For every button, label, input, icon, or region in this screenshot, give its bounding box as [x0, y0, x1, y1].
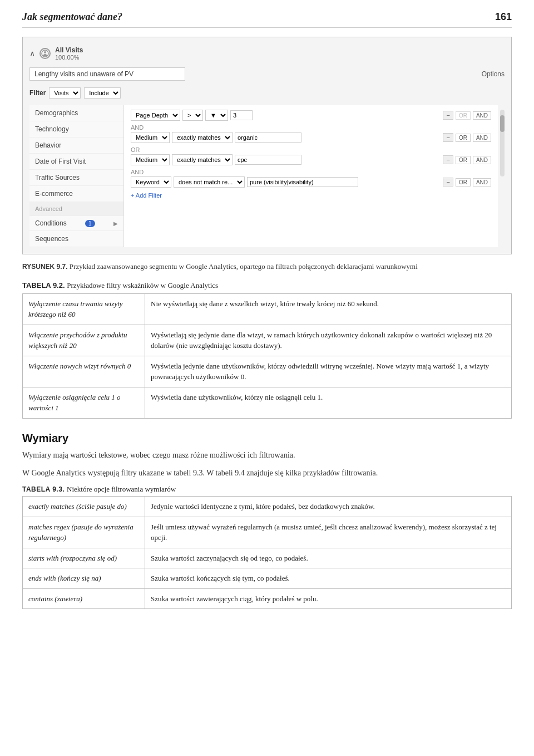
- main-layout: Demographics Technology Behavior Date of…: [29, 105, 505, 247]
- filter-row1-and[interactable]: AND: [473, 111, 491, 120]
- table-cell-condition: ends with (kończy się na): [23, 568, 145, 589]
- filter-row-3: Medium exactly matches − OR AND: [131, 154, 491, 165]
- segment-name-input[interactable]: [29, 67, 185, 81]
- table-cell-description: Szuka wartości zawierających ciąg, który…: [145, 588, 512, 609]
- table-cell-description: Wyświetlają się jedynie dane dla wizyt, …: [145, 325, 512, 356]
- filter-row2-dimension[interactable]: Medium: [131, 132, 170, 143]
- filter-row3-minus[interactable]: −: [443, 155, 453, 164]
- filter-type-select[interactable]: Visits: [49, 87, 81, 99]
- figure-ref: RYSUNEK 9.7.: [22, 263, 68, 271]
- filter-row2-operator[interactable]: exactly matches: [172, 132, 233, 143]
- table-cell-condition: Wyłączenie osiągnięcia celu 1 o wartości…: [23, 387, 145, 418]
- and-label-2: AND: [131, 168, 491, 176]
- table-cell-description: Szuka wartości kończących się tym, co po…: [145, 568, 512, 589]
- wymiary-body2: W Google Analytics występują filtry ukaz…: [22, 467, 512, 479]
- filter-row2-and[interactable]: AND: [473, 134, 491, 142]
- table-cell-condition: Wyłączenie czasu trwania wizyty krótszeg…: [23, 293, 145, 325]
- filter-row-1: Page Depth > ▼ − OR AND: [131, 110, 491, 121]
- options-button[interactable]: Options: [482, 70, 505, 78]
- table-9-3: exactly matches (ściśle pasuje do)Jedyni…: [22, 496, 512, 609]
- table-row: contains (zawiera)Szuka wartości zawiera…: [23, 588, 512, 609]
- filter-row-4: Keyword does not match re... − OR AND: [131, 176, 491, 188]
- table-row: Wyłączenie czasu trwania wizyty krótszeg…: [23, 293, 512, 325]
- filter-row1-value[interactable]: [230, 110, 253, 120]
- and-label-1: AND: [131, 123, 491, 132]
- sidebar-item-behavior[interactable]: Behavior: [29, 138, 123, 154]
- scrollbar[interactable]: [500, 110, 505, 176]
- table-9-3-label: TABELA 9.3. Niektóre opcje filtrowania w…: [22, 485, 512, 494]
- table-cell-condition: Włączenie przychodów z produktu większyc…: [23, 325, 145, 356]
- filter-row1-dimension[interactable]: Page Depth: [131, 110, 180, 121]
- filter-row3-and[interactable]: AND: [473, 156, 491, 164]
- all-visits-pct: 100.00%: [55, 54, 83, 61]
- table-9-2-label: TABELA 9.2. Przykładowe filtry wskaźnikó…: [22, 281, 512, 290]
- filter-row3-or[interactable]: OR: [456, 156, 471, 164]
- filter-row4-dimension[interactable]: Keyword: [131, 176, 171, 188]
- filter-row4-or[interactable]: OR: [456, 178, 471, 186]
- table-cell-description: Wyświetla jedynie dane użytkowników, któ…: [145, 356, 512, 387]
- filter-row4-operator[interactable]: does not match re...: [174, 176, 245, 188]
- filter-bar: Filter Visits Include: [29, 87, 505, 99]
- filter-label: Filter: [29, 89, 46, 97]
- sidebar: Demographics Technology Behavior Date of…: [29, 105, 124, 247]
- all-visits-row: ∧ All Visits 100.00%: [29, 44, 505, 65]
- sidebar-item-sequences[interactable]: Sequences: [29, 231, 123, 247]
- filter-row2-minus[interactable]: −: [443, 133, 453, 142]
- filter-row1-or[interactable]: OR: [456, 111, 471, 120]
- table-cell-description: Jedynie wartości identyczne z tymi, któr…: [145, 497, 512, 517]
- filter-row1-minus[interactable]: −: [443, 111, 453, 120]
- sidebar-item-traffic-sources[interactable]: Traffic Sources: [29, 170, 123, 186]
- or-label-1: OR: [131, 145, 491, 154]
- filter-row4-minus[interactable]: −: [443, 178, 453, 186]
- table-row: exactly matches (ściśle pasuje do)Jedyni…: [23, 497, 512, 517]
- table-cell-condition: exactly matches (ściśle pasuje do): [23, 497, 145, 517]
- page-header: Jak segmentować dane? 161: [22, 11, 512, 28]
- sidebar-item-conditions[interactable]: Conditions 1 ▶: [29, 216, 123, 231]
- figure-caption: RYSUNEK 9.7. Przykład zaawansowanego seg…: [22, 261, 512, 272]
- wymiary-heading: Wymiary: [22, 432, 512, 445]
- filter-include-select[interactable]: Include: [84, 87, 121, 99]
- wymiary-body1: Wymiary mają wartości tekstowe, wobec cz…: [22, 449, 512, 462]
- table-row: starts with (rozpoczyna się od)Szuka war…: [23, 548, 512, 568]
- sidebar-item-technology[interactable]: Technology: [29, 121, 123, 138]
- table-cell-description: Nie wyświetlają się dane z wszelkich wiz…: [145, 293, 512, 325]
- table-cell-condition: starts with (rozpoczyna się od): [23, 548, 145, 568]
- table-row: Włączenie przychodów z produktu większyc…: [23, 325, 512, 356]
- table-cell-description: Szuka wartości zaczynających się od tego…: [145, 548, 512, 568]
- filter-row3-value[interactable]: [235, 155, 301, 165]
- svg-point-1: [44, 51, 46, 53]
- all-visits-icon: [39, 48, 51, 59]
- filter-row2-or[interactable]: OR: [456, 134, 471, 142]
- table-cell-condition: Włączenie nowych wizyt równych 0: [23, 356, 145, 387]
- filter-row1-op1[interactable]: >: [182, 110, 203, 121]
- table-row: matches regex (pasuje do wyrażenia regul…: [23, 517, 512, 548]
- content-area: Page Depth > ▼ − OR AND AND Medium exact…: [124, 105, 498, 247]
- collapse-arrow[interactable]: ∧: [29, 49, 35, 58]
- conditions-arrow: ▶: [113, 220, 118, 227]
- table-cell-description: Jeśli umiesz używać wyrażeń regularnych …: [145, 517, 512, 548]
- filter-row4-value[interactable]: [247, 177, 358, 187]
- table-row: ends with (kończy się na)Szuka wartości …: [23, 568, 512, 589]
- filter-row2-value[interactable]: [235, 132, 301, 143]
- sidebar-advanced-section: Advanced: [29, 202, 123, 216]
- sidebar-item-demographics[interactable]: Demographics: [29, 105, 123, 121]
- table-cell-condition: contains (zawiera): [23, 588, 145, 609]
- figure-caption-text: Przykład zaawansowanego segmentu w Googl…: [70, 262, 418, 271]
- filter-row-2: Medium exactly matches − OR AND: [131, 132, 491, 143]
- table-9-2: Wyłączenie czasu trwania wizyty krótszeg…: [22, 293, 512, 419]
- filter-row4-and[interactable]: AND: [473, 178, 491, 186]
- filter-row3-operator[interactable]: exactly matches: [172, 154, 233, 165]
- screenshot-area: ∧ All Visits 100.00% Options Filter Visi…: [22, 37, 512, 254]
- table-cell-description: Wyświetla dane użytkowników, którzy nie …: [145, 387, 512, 418]
- filter-row1-op2[interactable]: ▼: [205, 110, 228, 121]
- page-number: 161: [495, 11, 512, 23]
- segment-name-row: Options: [29, 67, 505, 81]
- add-filter-button[interactable]: + Add Filter: [131, 192, 162, 199]
- sidebar-item-date-of-first-visit[interactable]: Date of First Visit: [29, 154, 123, 170]
- table-row: Włączenie nowych wizyt równych 0Wyświetl…: [23, 356, 512, 387]
- filter-row3-dimension[interactable]: Medium: [131, 154, 170, 165]
- table-row: Wyłączenie osiągnięcia celu 1 o wartości…: [23, 387, 512, 418]
- all-visits-label: All Visits: [55, 46, 83, 54]
- table-cell-condition: matches regex (pasuje do wyrażenia regul…: [23, 517, 145, 548]
- sidebar-item-e-commerce[interactable]: E-commerce: [29, 186, 123, 202]
